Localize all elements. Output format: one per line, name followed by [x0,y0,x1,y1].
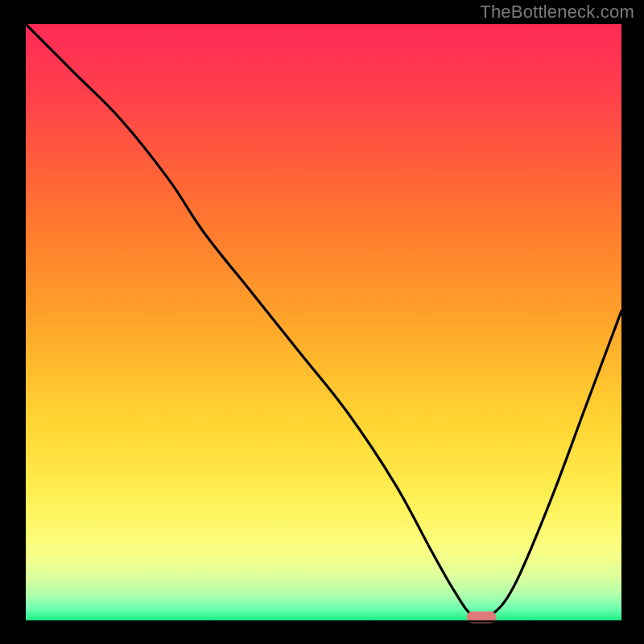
chart-frame: TheBottleneck.com [0,0,644,644]
bottleneck-chart [0,0,644,644]
watermark-label: TheBottleneck.com [480,2,634,23]
